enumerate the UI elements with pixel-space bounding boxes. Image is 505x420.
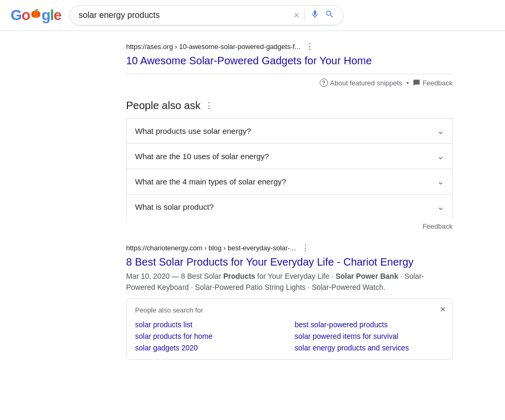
pasf-link-2[interactable]: best solar-powered products xyxy=(295,320,444,329)
paa-item-3[interactable]: What are the 4 main types of solar energ… xyxy=(126,169,453,194)
paa-title: People also ask xyxy=(126,100,201,112)
second-result-more-options-icon[interactable]: ⋮ xyxy=(301,243,310,253)
pasf-link-5[interactable]: solar gadgets 2020 xyxy=(135,344,284,352)
voice-search-icon[interactable] xyxy=(310,9,320,22)
paa-question-3: What are the 4 main types of solar energ… xyxy=(135,177,286,186)
search-input[interactable]: solar energy products xyxy=(78,11,289,20)
pasf-link-4[interactable]: solar powered items for survival xyxy=(295,332,444,340)
paa-item-2[interactable]: What are the 10 uses of solar energy? ⌄ xyxy=(126,143,453,169)
result-title-link[interactable]: 10 Awesome Solar-Powered Gadgets for You… xyxy=(126,55,372,66)
pasf-link-3[interactable]: solar products for home xyxy=(135,332,284,340)
logo-g: G xyxy=(11,7,22,24)
pasf-title: People also search for xyxy=(135,306,444,314)
search-submit-icon[interactable] xyxy=(325,9,334,22)
pasf-link-6[interactable]: solar energy products and services xyxy=(295,344,444,352)
footer-dot-separator: • xyxy=(407,79,409,87)
svg-point-3 xyxy=(33,11,38,18)
second-result-block: https://chariotenergy.com › blog › best-… xyxy=(126,243,453,360)
result-url-text: https://ases.org › 10-awesome-solar-powe… xyxy=(126,43,301,51)
logo-e: e xyxy=(54,7,62,24)
search-bar: solar energy products × xyxy=(70,5,343,25)
paa-more-options-icon[interactable]: ⋮ xyxy=(205,101,213,111)
paa-chevron-3: ⌄ xyxy=(437,177,444,187)
logo-l: l xyxy=(50,7,54,24)
feedback-icon xyxy=(413,79,420,86)
second-result-snippet: Mar 10, 2020 — 8 Best Solar Products for… xyxy=(126,271,453,293)
result-more-options-icon[interactable]: ⋮ xyxy=(305,42,314,52)
people-also-ask-section: People also ask ⋮ What products use sola… xyxy=(126,100,453,230)
people-also-search-for-box: People also search for ✕ solar products … xyxy=(126,298,453,360)
paa-chevron-2: ⌄ xyxy=(437,151,444,161)
pasf-link-1[interactable]: solar products list xyxy=(135,320,284,329)
paa-question-4: What is solar product? xyxy=(135,202,214,211)
paa-question-2: What are the 10 uses of solar energy? xyxy=(135,152,269,161)
paa-item-1[interactable]: What products use solar energy? ⌄ xyxy=(126,118,453,143)
logo-o1: o xyxy=(22,7,30,24)
about-snippets-link[interactable]: ? About featured snippets xyxy=(320,79,402,87)
clear-search-icon[interactable]: × xyxy=(294,10,300,21)
about-snippets-label: About featured snippets xyxy=(330,79,402,87)
feedback-label: Feedback xyxy=(422,79,452,87)
paa-item-4[interactable]: What is solar product? ⌄ xyxy=(126,194,453,219)
paa-chevron-1: ⌄ xyxy=(437,126,444,136)
paa-chevron-4: ⌄ xyxy=(437,202,444,212)
header: Go gle solar energy product xyxy=(0,0,505,31)
snippet-footer: ? About featured snippets • Feedback xyxy=(126,74,453,87)
pasf-grid: solar products list best solar-powered p… xyxy=(135,320,444,352)
second-result-url-line: https://chariotenergy.com › blog › best-… xyxy=(126,243,453,253)
search-icons: × xyxy=(294,9,335,22)
paa-question-1: What products use solar energy? xyxy=(135,126,251,135)
search-divider xyxy=(304,9,305,22)
google-logo[interactable]: Go gle xyxy=(11,7,61,24)
help-circle-icon: ? xyxy=(320,79,328,87)
feedback-link[interactable]: Feedback xyxy=(413,79,452,87)
second-result-url-text: https://chariotenergy.com › blog › best-… xyxy=(126,244,296,252)
paa-header: People also ask ⋮ xyxy=(126,100,453,112)
paa-feedback-link[interactable]: Feedback xyxy=(126,222,453,230)
main-content: https://ases.org › 10-awesome-solar-powe… xyxy=(42,31,463,370)
pasf-close-button[interactable]: ✕ xyxy=(440,305,446,314)
logo-g2: g xyxy=(42,7,50,24)
featured-snippet-block: https://ases.org › 10-awesome-solar-powe… xyxy=(126,42,453,87)
result-url-line: https://ases.org › 10-awesome-solar-powe… xyxy=(126,42,453,52)
second-result-title-link[interactable]: 8 Best Solar Products for Your Everyday … xyxy=(126,256,414,268)
logo-pumpkin xyxy=(30,6,42,23)
